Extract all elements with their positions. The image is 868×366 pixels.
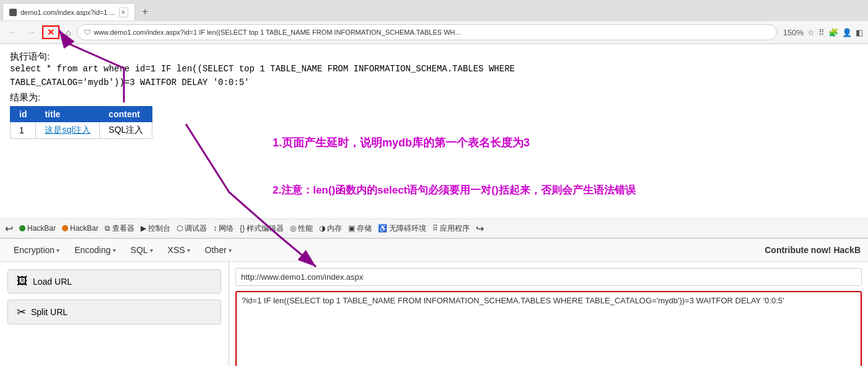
tab-close-button[interactable]: × [119, 7, 128, 17]
memory-label: 内存 [327, 223, 342, 234]
encoding-label: Encoding [74, 245, 110, 255]
load-url-button[interactable]: 🖼 Load URL [7, 269, 221, 293]
dev-tool-hackbar-2[interactable]: HackBar [62, 224, 99, 233]
dev-tool-network[interactable]: ↕ 网络 [213, 223, 234, 234]
profile-icon[interactable]: 👤 [842, 28, 852, 37]
style-editor-label: 样式编辑器 [247, 223, 284, 234]
console-icon: ▶ [141, 224, 146, 233]
xss-label: XSS [168, 245, 185, 255]
xss-dropdown-icon: ▾ [187, 247, 190, 254]
hackbar-left-panel: 🖼 Load URL ✂ Split URL [0, 262, 229, 366]
dev-tool-application[interactable]: ⠿ 应用程序 [432, 223, 470, 234]
hackbar-menu-other[interactable]: Other ▾ [199, 243, 238, 257]
forward-button[interactable]: → [24, 26, 40, 38]
encryption-dropdown-icon: ▾ [56, 247, 59, 254]
storage-icon: ▣ [348, 224, 355, 233]
dev-tool-performance[interactable]: ◎ 性能 [290, 223, 313, 234]
encoding-dropdown-icon: ▾ [113, 247, 116, 254]
hackbar-dot-orange [62, 225, 68, 231]
hackbar-menu-encoding[interactable]: Encoding ▾ [68, 243, 121, 257]
inspector-icon: ⧉ [105, 224, 110, 233]
hackbar-contribute[interactable]: Contribute now! HackB [765, 245, 861, 255]
debugger-label: 调试器 [185, 223, 207, 234]
hackbar-dot-green [19, 225, 25, 231]
result-label: 结果为: [10, 92, 858, 104]
hackbar-right-panel [229, 262, 868, 366]
hackbar-menu: Encryption ▾ Encoding ▾ SQL ▾ XSS ▾ Othe… [0, 239, 868, 262]
application-icon: ⠿ [432, 224, 438, 233]
bookmark-star-icon[interactable]: ☆ [807, 28, 815, 37]
dev-tool-storage[interactable]: ▣ 存储 [348, 223, 372, 234]
annotation-1: 1.页面产生延时，说明mydb库的第一个表名长度为3 [273, 135, 530, 150]
dev-toolbar: ↩ HackBar HackBar ⧉ 查看器 ▶ 控制台 ⬡ 调试器 ↕ 网络… [0, 218, 868, 238]
data-table: id title content 1这是sql注入SQL注入 [10, 106, 152, 139]
execution-sql: select * from art where id=1 IF len((SEL… [10, 63, 543, 89]
application-label: 应用程序 [440, 223, 470, 234]
dev-tool-hackbar-1[interactable]: HackBar [19, 224, 56, 233]
back-button[interactable]: ← [5, 26, 21, 38]
contribute-label: Contribute now! [765, 245, 831, 255]
dev-tool-memory[interactable]: ◑ 内存 [319, 223, 342, 234]
hackbar-panel: Encryption ▾ Encoding ▾ SQL ▾ XSS ▾ Othe… [0, 238, 868, 366]
hackbar-menu-sql[interactable]: SQL ▾ [125, 243, 159, 257]
col-header-id: id [11, 107, 36, 122]
hackbar-menu-xss[interactable]: XSS ▾ [162, 243, 196, 257]
hackbar-body: 🖼 Load URL ✂ Split URL [0, 262, 868, 366]
stop-button[interactable]: ✕ [42, 25, 59, 39]
hackbar-menu-encryption[interactable]: Encryption ▾ [7, 243, 66, 257]
execution-label: 执行语句: [10, 51, 858, 63]
contribute-suffix: HackB [831, 245, 861, 255]
accessibility-icon: ♿ [378, 224, 387, 233]
dev-tool-console[interactable]: ▶ 控制台 [141, 223, 170, 234]
extensions-icon[interactable]: 🧩 [828, 28, 838, 37]
load-url-label: Load URL [33, 277, 72, 287]
dev-tool-accessibility[interactable]: ♿ 无障碍环境 [378, 223, 426, 234]
col-header-title: title [36, 107, 100, 122]
address-bar-row: ← → ✕ ⌂ 🛡 www.demo1.com/index.aspx?id=1 … [0, 21, 868, 43]
url-input[interactable] [235, 268, 862, 286]
hackbar-label-1: HackBar [27, 224, 56, 233]
tab-bar: demo1.com/index.aspx?id=1 ... × + [0, 0, 868, 21]
inspector-label: 查看器 [112, 223, 134, 234]
dev-tool-resize-icon[interactable]: ↩ [5, 223, 13, 234]
split-url-icon: ✂ [17, 305, 26, 319]
other-dropdown-icon: ▾ [229, 247, 232, 254]
zoom-level: 150% [783, 28, 804, 37]
sql-dropdown-icon: ▾ [150, 247, 153, 254]
tab-favicon [9, 9, 17, 16]
dev-tool-end-icon[interactable]: ↪ [476, 223, 484, 234]
cell-title: 这是sql注入 [36, 122, 100, 139]
home-button[interactable]: ⌂ [62, 26, 74, 38]
browser-menu-icon: ⠿ [818, 28, 825, 37]
encryption-label: Encryption [14, 245, 55, 255]
network-label: 网络 [219, 223, 234, 234]
performance-label: 性能 [298, 223, 313, 234]
active-tab[interactable]: demo1.com/index.aspx?id=1 ... × [2, 3, 135, 20]
browser-toolbar-icons: 150% ☆ ⠿ 🧩 👤 ◧ [783, 28, 863, 37]
debugger-icon: ⬡ [177, 224, 183, 233]
dev-tool-debugger[interactable]: ⬡ 调试器 [177, 223, 207, 234]
col-header-content: content [100, 107, 152, 122]
address-box[interactable]: 🛡 www.demo1.com/index.aspx?id=1 IF len((… [77, 24, 776, 40]
dev-tool-inspector[interactable]: ⧉ 查看器 [105, 223, 134, 234]
cell-id: 1 [11, 122, 36, 139]
table-row: 1这是sql注入SQL注入 [11, 122, 152, 139]
sql-label: SQL [131, 245, 148, 255]
annotation-2: 2.注意：len()函数内的select语句必须要用一对()括起来，否则会产生语… [273, 183, 636, 197]
split-url-label: Split URL [31, 307, 68, 317]
sidebar-icon[interactable]: ◧ [856, 28, 863, 37]
cell-content: SQL注入 [100, 122, 152, 139]
new-tab-button[interactable]: + [139, 6, 152, 17]
address-text: www.demo1.com/index.aspx?id=1 IF len((SE… [94, 29, 460, 36]
style-editor-icon: {} [240, 224, 245, 233]
accessibility-label: 无障碍环境 [389, 223, 426, 234]
security-shield-icon: 🛡 [84, 28, 91, 37]
network-icon: ↕ [213, 224, 217, 233]
hackbar-label-2: HackBar [70, 224, 99, 233]
split-url-button[interactable]: ✂ Split URL [7, 300, 221, 324]
performance-icon: ◎ [290, 224, 296, 233]
dev-tool-style-editor[interactable]: {} 样式编辑器 [240, 223, 284, 234]
sql-input[interactable] [235, 291, 862, 366]
load-url-icon: 🖼 [17, 275, 28, 288]
tab-title: demo1.com/index.aspx?id=1 ... [20, 9, 115, 16]
